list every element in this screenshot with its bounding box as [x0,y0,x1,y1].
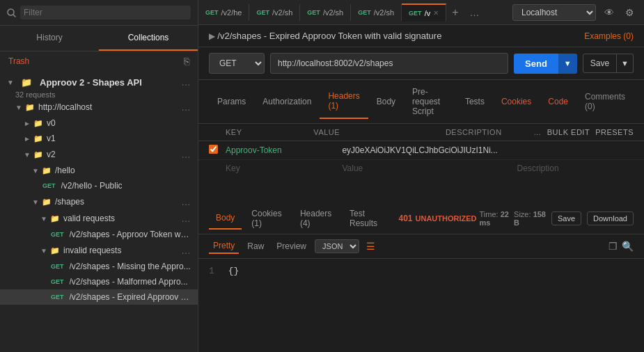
save-button[interactable]: Save [583,54,617,73]
folder-menu[interactable]: … [181,149,191,160]
request-valid-1[interactable]: GET /v2/shapes - Approov Token wit... [0,227,198,242]
settings-icon[interactable]: ⚙ [622,4,637,21]
req-tab-3[interactable]: GET /v2/sh [300,4,351,21]
send-button[interactable]: Send [514,54,558,74]
folder-v2[interactable]: ▼ 📁 v2 … [0,146,198,163]
search-icon[interactable]: 🔍 [622,241,634,252]
collection-count: 32 requests [0,90,198,99]
presets-button[interactable]: Presets [595,128,634,136]
svg-line-1 [13,15,16,17]
method-badge: GET [49,293,66,301]
tab-tests[interactable]: Tests [457,90,493,113]
request-invalid-3[interactable]: GET /v2/shapes - Expired Approov To... [0,289,198,305]
chevron-icon: ▼ [40,247,47,254]
folder-menu[interactable]: … [181,196,191,207]
response-save-button[interactable]: Save [551,211,581,225]
environment-dropdown[interactable]: Localhost [512,4,596,21]
tab-comments[interactable]: Comments (0) [576,85,634,118]
header-value[interactable]: eyJ0eXAiOiJKV1QiLCJhbGciOiJIUzI1Ni... [342,145,517,155]
body-tab-raw[interactable]: Raw [243,239,268,253]
add-tab-icon[interactable]: + [446,6,464,19]
request-label: /v2/shapes - Malformed Appro... [70,277,191,287]
tab-body[interactable]: Body [368,90,404,113]
request-invalid-2[interactable]: GET /v2/shapes - Malformed Appro... [0,274,198,289]
svg-point-0 [8,9,14,15]
folder-http-localhost[interactable]: ▼ 📁 http://localhost … [0,99,198,115]
header-empty-row: Key Value Description [198,160,644,177]
folder-v1[interactable]: ► 📁 v1 [0,131,198,146]
tab-collections[interactable]: Collections [99,26,198,51]
method-badge: GET [49,262,66,271]
body-tab-preview[interactable]: Preview [272,239,311,253]
send-dropdown[interactable]: ▼ [558,54,577,74]
more-tabs-icon[interactable]: … [464,7,485,18]
collection-menu[interactable]: … [181,77,191,88]
save-dropdown[interactable]: ▼ [617,54,634,73]
collection-name: Approov 2 - Shapes API [40,77,142,88]
examples-link[interactable]: Examples (0) [584,31,634,41]
format-icon[interactable]: ☰ [366,241,375,252]
trash-row[interactable]: Trash ⎘ [0,51,198,71]
bulk-edit-button[interactable]: Bulk Edit [547,128,590,136]
header-value-placeholder[interactable]: Value [342,163,517,173]
search-icon [7,8,16,17]
resp-tab-test-results[interactable]: Test Results [343,203,391,234]
header-checkbox[interactable] [209,145,218,154]
folder-valid-requests[interactable]: ▼ 📁 valid requests … [0,210,198,227]
more-options-icon[interactable]: … [533,128,542,136]
headers-section: KEY VALUE DESCRIPTION … Bulk Edit Preset… [198,124,644,203]
format-select[interactable]: JSON [315,239,359,253]
folder-label: valid requests [63,214,181,223]
request-hello-public[interactable]: GET /v2/hello - Public [0,178,198,193]
response-size: Size: 158 B [514,210,546,227]
tree-area: ▼ 📁 Approov 2 - Shapes API … 32 requests… [0,71,198,352]
tab-prerequest[interactable]: Pre-request Script [404,80,457,123]
tab-params[interactable]: Params [209,90,254,113]
search-input[interactable] [20,6,191,19]
chevron-icon: ► [24,120,31,127]
col-value-header: VALUE [313,128,446,136]
folder-invalid-requests[interactable]: ▼ 📁 invalid requests … [0,242,198,259]
copy-icon[interactable]: ❐ [608,241,618,252]
response-download-button[interactable]: Download [587,211,634,225]
header-key[interactable]: Approov-Token [226,145,342,155]
url-input[interactable] [270,53,508,74]
req-tab-1[interactable]: GET /v2/he [198,4,249,21]
method-select[interactable]: GET [209,53,265,74]
req-tab-4[interactable]: GET /v2/sh [351,4,402,21]
tab-cookies[interactable]: Cookies [493,90,540,113]
tab-history[interactable]: History [0,26,99,51]
tab-code[interactable]: Code [540,90,576,113]
request-invalid-1[interactable]: GET /v2/shapes - Missing the Appro... [0,259,198,274]
header-key-placeholder[interactable]: Key [226,163,342,173]
response-time: Time: 22 ms [480,210,512,227]
request-label: /v2/shapes - Approov Token wit... [70,230,191,239]
folder-menu[interactable]: … [181,102,191,113]
resp-tab-cookies[interactable]: Cookies (1) [244,203,290,234]
folder-hello[interactable]: ▼ 📁 /hello [0,163,198,178]
folder-menu[interactable]: … [181,213,191,224]
req-tab-2[interactable]: GET /v2/sh [249,4,300,21]
collection-root[interactable]: ▼ 📁 Approov 2 - Shapes API … [0,74,198,90]
req-tab-5[interactable]: GET /v ✕ [402,3,446,22]
new-collection-icon[interactable]: ⎘ [184,56,189,67]
resp-tab-body[interactable]: Body [209,207,242,230]
tab-headers[interactable]: Headers (1) [320,84,368,119]
trash-label: Trash [8,56,29,66]
right-panel: GET /v2/he GET /v2/sh GET /v2/sh GET /v2… [198,0,644,352]
header-desc-placeholder[interactable]: Description [517,163,634,173]
response-tabs-bar: Body Cookies (1) Headers (4) Test Result… [198,203,644,234]
tab-close-icon[interactable]: ✕ [433,9,439,17]
body-tab-pretty[interactable]: Pretty [209,239,239,254]
resp-tab-headers[interactable]: Headers (4) [293,203,340,234]
chevron-icon: ▼ [24,151,31,158]
folder-shapes[interactable]: ▼ 📁 /shapes … [0,193,198,210]
folder-v0[interactable]: ► 📁 v0 [0,115,198,131]
folder-menu[interactable]: … [181,245,191,256]
tab-authorization[interactable]: Authorization [254,90,320,113]
tab-path: /v2/he [221,8,242,17]
col-key-header: KEY [226,128,313,136]
eye-icon[interactable]: 👁 [602,4,617,21]
folder-icon: 📁 [33,119,43,128]
env-select: Localhost 👁 ⚙ [505,4,644,21]
